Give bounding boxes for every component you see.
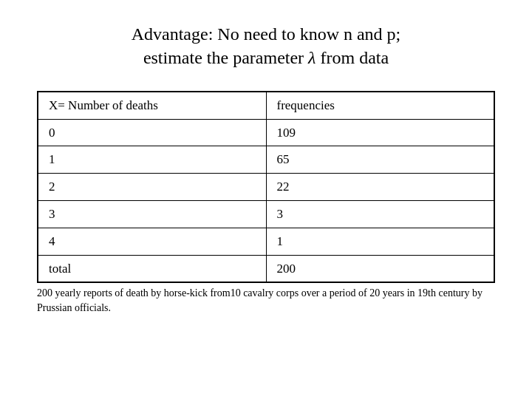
table-row: 222: [38, 174, 494, 201]
table-cell: 200: [266, 255, 494, 282]
table-cell: 0: [38, 119, 267, 146]
table-cell: 3: [266, 200, 494, 228]
title-line1: Advantage: No need to know n and p;: [37, 22, 495, 46]
table-cell: 109: [266, 119, 494, 146]
table-cell: total: [38, 255, 267, 282]
table-row: 0109: [38, 119, 494, 146]
page-container: Advantage: No need to know n and p; esti…: [0, 0, 532, 399]
table-cell: 3: [38, 200, 267, 228]
table-cell: 65: [266, 146, 494, 174]
table-cell: 22: [266, 174, 494, 201]
table-cell: 1: [38, 146, 267, 174]
page-title: Advantage: No need to know n and p; esti…: [37, 22, 495, 70]
data-table: X= Number of deathsfrequencies0109165222…: [38, 92, 494, 283]
table-row: 41: [38, 228, 494, 255]
table-cell: 2: [38, 174, 267, 201]
table-row: 165: [38, 146, 494, 174]
table-row: total200: [38, 255, 494, 282]
footnote: 200 yearly reports of death by horse-kic…: [37, 286, 495, 315]
data-table-wrapper: X= Number of deathsfrequencies0109165222…: [37, 91, 495, 284]
table-header-cell: frequencies: [266, 92, 494, 119]
table-cell: 4: [38, 228, 267, 255]
table-header-cell: X= Number of deaths: [38, 92, 267, 119]
table-row: 33: [38, 200, 494, 228]
title-line2: estimate the parameter λ from data: [37, 46, 495, 69]
table-cell: 1: [266, 228, 494, 255]
